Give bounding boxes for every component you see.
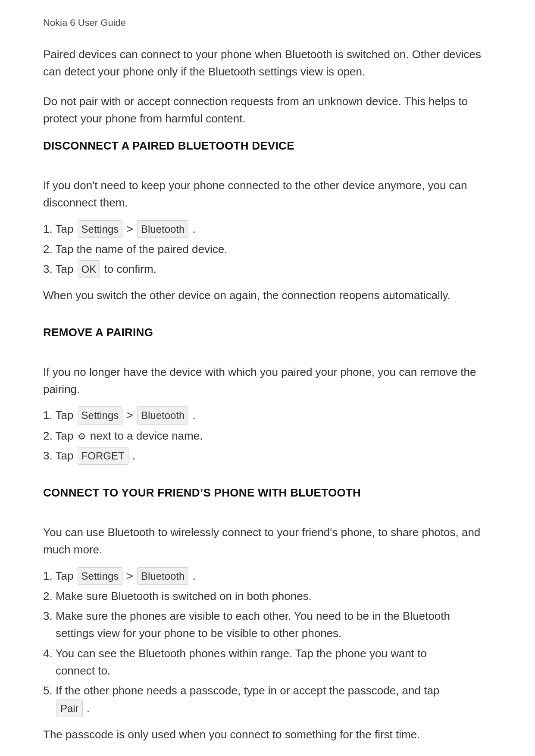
connect-friend-followup: The passcode is only used when you conne… <box>43 726 492 743</box>
settings-code-1: Settings <box>78 220 123 238</box>
intro-para2: Do not pair with or accept connection re… <box>43 93 492 128</box>
section-disconnect-description: If you don't need to keep your phone con… <box>43 177 492 212</box>
disconnect-followup: When you switch the other device on agai… <box>43 287 492 304</box>
header-title: Nokia 6 User Guide <box>43 17 126 28</box>
remove-pairing-step-2: 2. Tap ⚙ next to a device name. <box>43 427 492 444</box>
forget-code: FORGET <box>78 447 128 465</box>
remove-pairing-step-3: 3. Tap FORGET . <box>43 447 492 465</box>
gear-icon: ⚙ <box>78 429 86 444</box>
remove-pairing-steps: 1. Tap Settings > Bluetooth . 2. Tap ⚙ n… <box>43 406 492 465</box>
disconnect-step-3: 3. Tap OK to confirm. <box>43 260 492 278</box>
disconnect-step-2: 2. Tap the name of the paired device. <box>43 241 492 258</box>
section-connect-friend-description: You can use Bluetooth to wirelessly conn… <box>43 524 492 559</box>
section-connect-friend: CONNECT TO YOUR FRIEND’S PHONE WITH BLUE… <box>43 486 492 743</box>
connect-friend-step-3: 3. Make sure the phones are visible to e… <box>43 607 492 642</box>
connect-friend-step-1: 1. Tap Settings > Bluetooth . <box>43 567 492 585</box>
connect-friend-step-5: 5. If the other phone needs a passcode, … <box>43 682 492 717</box>
section-remove-pairing-description: If you no longer have the device with wh… <box>43 363 492 398</box>
section-disconnect: DISCONNECT A PAIRED BLUETOOTH DEVICE If … <box>43 139 492 304</box>
bluetooth-code-1: Bluetooth <box>137 220 188 238</box>
connect-friend-step-2: 2. Make sure Bluetooth is switched on in… <box>43 587 492 605</box>
section-connect-friend-title: CONNECT TO YOUR FRIEND’S PHONE WITH BLUE… <box>43 486 492 500</box>
pair-code: Pair <box>56 700 83 717</box>
ok-code: OK <box>78 260 100 278</box>
section-disconnect-title: DISCONNECT A PAIRED BLUETOOTH DEVICE <box>43 139 492 153</box>
disconnect-step-1: 1. Tap Settings > Bluetooth . <box>43 220 492 238</box>
section-remove-pairing-title: REMOVE A PAIRING <box>43 326 492 339</box>
disconnect-steps: 1. Tap Settings > Bluetooth . 2. Tap the… <box>43 220 492 278</box>
settings-code-3: Settings <box>78 567 123 585</box>
connect-friend-steps: 1. Tap Settings > Bluetooth . 2. Make su… <box>43 567 492 717</box>
remove-pairing-step-1: 1. Tap Settings > Bluetooth . <box>43 406 492 424</box>
connect-friend-step-4: 4. You can see the Bluetooth phones with… <box>43 645 492 680</box>
settings-code-2: Settings <box>78 406 123 424</box>
page-header: Nokia 6 User Guide <box>43 17 492 28</box>
section-remove-pairing: REMOVE A PAIRING If you no longer have t… <box>43 326 492 465</box>
intro-para1: Paired devices can connect to your phone… <box>43 46 492 81</box>
bluetooth-code-2: Bluetooth <box>137 406 188 424</box>
page: Nokia 6 User Guide Paired devices can co… <box>0 0 535 756</box>
bluetooth-code-3: Bluetooth <box>137 567 188 585</box>
